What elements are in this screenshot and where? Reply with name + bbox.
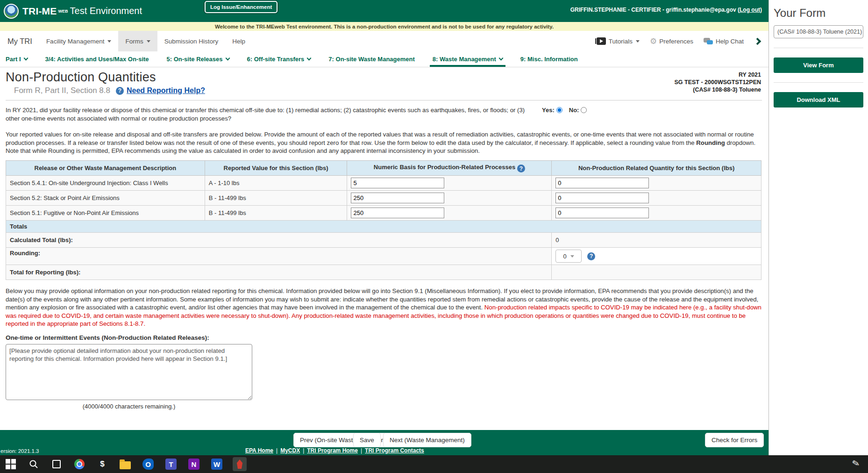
word-icon[interactable]: W <box>210 457 224 471</box>
search-icon[interactable] <box>27 457 41 471</box>
non-production-input[interactable] <box>555 208 649 218</box>
numeric-basis-input[interactable] <box>351 178 444 188</box>
environment-banner-text: Welcome to the TRI-MEweb Test environmen… <box>215 24 554 29</box>
table-row: Section 5.1: Fugitive or Non-Point Air E… <box>6 206 761 221</box>
form-select[interactable]: (CAS# 108-88-3) Toluene (2021) <box>774 25 863 38</box>
view-form-button[interactable]: View Form <box>774 57 863 73</box>
sidebar-title: Your Form <box>774 7 863 20</box>
log-issue-button[interactable]: Log Issue/Enhancement <box>205 1 277 13</box>
no-label: No: <box>569 107 579 114</box>
chevron-down-icon <box>147 40 150 43</box>
help-circle-icon[interactable] <box>587 252 595 260</box>
non-production-input[interactable] <box>555 193 649 203</box>
task-view-icon[interactable] <box>50 457 64 471</box>
calculated-total-label: Calculated Total (lbs): <box>6 233 552 248</box>
gear-icon <box>650 36 657 46</box>
nav-tutorials[interactable]: Tutorials <box>594 37 642 45</box>
onenote-icon[interactable]: N <box>187 457 201 471</box>
tab-onsite-releases[interactable]: 5: On-site Releases <box>167 51 229 67</box>
dollar-app-icon[interactable]: $ <box>95 457 109 471</box>
numeric-basis-input[interactable] <box>351 193 444 203</box>
user-info: GRIFFIN.STEPHANIE - CERTIFIER - griffin.… <box>570 7 762 13</box>
totals-label: Totals <box>6 221 761 233</box>
chrome-icon[interactable] <box>72 457 86 471</box>
chevron-down-icon <box>107 40 111 43</box>
rounding-select[interactable]: 0 <box>555 250 582 263</box>
need-reporting-help-link[interactable]: Need Reporting Help? <box>127 86 205 95</box>
tab-activities-uses-label: 3/4: Activities and Uses/Max On-site <box>45 56 149 63</box>
tab-part-1[interactable]: Part I <box>6 51 28 67</box>
chevron-right-icon[interactable] <box>754 37 761 45</box>
table-header-row: Release or Other Waste Management Descri… <box>6 160 761 176</box>
next-button[interactable]: Next (Waste Management) <box>383 433 471 447</box>
app-title-env: Test Environment <box>70 6 142 16</box>
main-nav: My TRI Facility Management Forms Submiss… <box>0 31 768 51</box>
no-radio[interactable] <box>581 107 587 113</box>
intro-part1: Your reported values for on-site release… <box>6 131 754 146</box>
active-app-icon[interactable] <box>233 457 247 471</box>
yes-radio[interactable] <box>556 107 562 113</box>
tri-program-home-link[interactable]: TRI Program Home <box>307 447 358 454</box>
chevron-down-icon <box>636 40 640 43</box>
tab-part-1-label: Part I <box>6 56 21 63</box>
col-numeric-basis-label: Numeric Basis for Production-Related Pro… <box>374 164 515 171</box>
page-subtitle: Form R, Part II, Section 8.8 <box>14 86 110 95</box>
rounding-row: Rounding: 0 <box>6 248 761 265</box>
total-reporting-row: Total for Reporting (lbs): <box>6 265 761 280</box>
nav-my-tri[interactable]: My TRI <box>0 31 39 51</box>
nav-help[interactable]: Help <box>225 31 252 51</box>
table-row: Section 5.2: Stack or Point Air Emission… <box>6 191 761 206</box>
download-xml-button[interactable]: Download XML <box>774 92 863 108</box>
outlook-icon[interactable]: O <box>141 457 155 471</box>
tab-onsite-waste-management[interactable]: 7: On-site Waste Management <box>328 51 414 67</box>
logout-link[interactable]: Log out <box>740 7 760 13</box>
row-reported-value: A - 1-10 lbs <box>205 176 347 191</box>
tab-misc-information[interactable]: 9: Misc. Information <box>520 51 578 67</box>
table-row: Section 5.4.1: On-site Underground Injec… <box>6 176 761 191</box>
footer-bar: Prev (On-site Waste Management) Save Nex… <box>0 430 768 455</box>
tri-program-contacts-link[interactable]: TRI Program Contacts <box>365 447 424 454</box>
main-area: TRI-ME WEB Test Environment Log Issue/En… <box>0 0 768 410</box>
help-circle-icon[interactable] <box>116 87 124 95</box>
tab-offsite-transfers[interactable]: 6: Off-site Transfers <box>247 51 311 67</box>
epa-home-link[interactable]: EPA Home <box>245 447 273 454</box>
help-circle-icon[interactable] <box>517 165 525 172</box>
divider <box>6 100 762 100</box>
chat-bubble-icon <box>704 38 713 44</box>
windows-start-icon[interactable] <box>4 457 18 471</box>
mycdx-link[interactable]: MyCDX <box>280 447 300 454</box>
page: TRI-ME WEB Test Environment Log Issue/En… <box>0 0 868 473</box>
check-for-errors-button[interactable]: Check for Errors <box>705 433 764 447</box>
chevron-down-icon <box>307 56 312 61</box>
nav-facility-management[interactable]: Facility Management <box>39 31 119 51</box>
file-explorer-icon[interactable] <box>118 457 132 471</box>
tab-waste-management[interactable]: 8: Waste Management <box>433 51 503 67</box>
nav-submission-history[interactable]: Submission History <box>157 31 226 51</box>
tab-onsite-waste-management-label: 7: On-site Waste Management <box>328 56 414 63</box>
version-text: ersion: 2021.1.3 <box>0 448 39 454</box>
chevron-down-icon <box>225 56 230 61</box>
tab-onsite-releases-label: 5: On-site Releases <box>167 56 223 63</box>
chevron-down-icon <box>498 56 503 61</box>
chevron-down-icon <box>570 255 574 258</box>
nav-my-tri-label: My TRI <box>7 37 32 46</box>
tab-activities-uses[interactable]: 3/4: Activities and Uses/Max On-site <box>45 51 149 67</box>
teams-icon[interactable]: T <box>164 457 178 471</box>
numeric-basis-input[interactable] <box>351 208 444 218</box>
total-reporting-label: Total for Reporting (lbs): <box>6 265 552 280</box>
pen-icon[interactable] <box>851 458 861 470</box>
row-reported-value: B - 11-499 lbs <box>205 191 347 206</box>
separator: | <box>303 447 304 454</box>
nav-preferences-label: Preferences <box>659 38 693 45</box>
nav-help-chat[interactable]: Help Chat <box>701 38 747 45</box>
separator: | <box>276 447 277 454</box>
nav-submission-history-label: Submission History <box>164 38 219 45</box>
events-textarea[interactable]: [Please provide optional detailed inform… <box>6 344 252 400</box>
col-non-production: Non-Production Related Quantity for this… <box>552 160 761 176</box>
row-description: Section 5.1: Fugitive or Non-Point Air E… <box>6 206 205 221</box>
non-production-input[interactable] <box>555 178 649 188</box>
chevron-down-icon <box>23 56 28 61</box>
nav-preferences[interactable]: Preferences <box>647 36 696 46</box>
nav-forms[interactable]: Forms <box>118 31 157 51</box>
save-button[interactable]: Save <box>353 433 381 447</box>
